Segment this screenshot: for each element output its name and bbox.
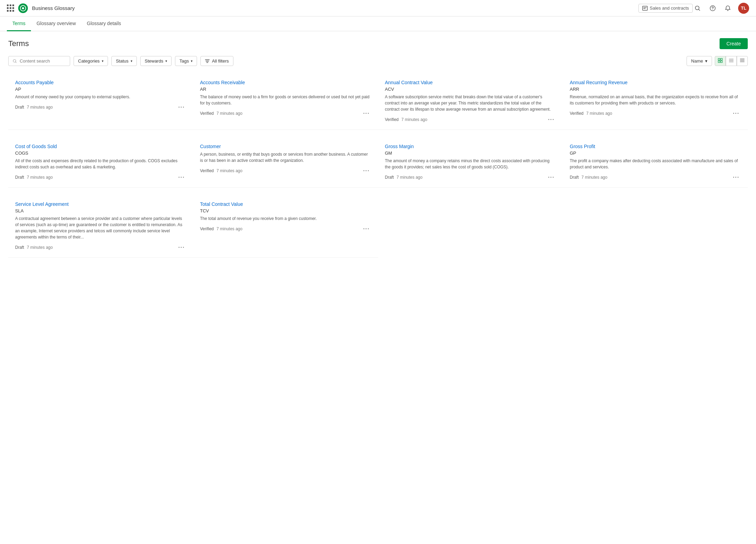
card-footer-customer: Verified 7 minutes ago ··· (200, 168, 371, 174)
card-service-level-agreement: Service Level Agreement SLA A contractua… (8, 195, 193, 258)
sort-button[interactable]: Name ▾ (687, 56, 712, 66)
sort-label: Name (691, 58, 703, 64)
more-button-cost-of-goods-sold[interactable]: ··· (177, 174, 186, 180)
card-title-annual-recurring-revenue[interactable]: Annual Recurring Revenue (570, 80, 741, 85)
status-badge-customer: Verified (200, 168, 214, 173)
tab-glossary-details[interactable]: Glossary details (81, 16, 127, 31)
card-title-customer[interactable]: Customer (200, 144, 371, 149)
status-badge-cost-of-goods-sold: Draft (15, 175, 24, 180)
card-annual-contract-value: Annual Contract Value ACV A software sub… (378, 73, 563, 130)
sort-chevron: ▾ (705, 58, 708, 64)
card-title-accounts-payable[interactable]: Accounts Payable (15, 80, 186, 85)
stewards-chevron: ▾ (165, 59, 167, 63)
card-abbr-gross-margin: GM (385, 151, 556, 156)
status-badge-accounts-receivable: Verified (200, 111, 214, 116)
card-title-cost-of-goods-sold[interactable]: Cost of Goods Sold (15, 144, 186, 149)
status-badge-gross-margin: Draft (385, 175, 394, 180)
topbar-center: Sales and contracts (638, 4, 693, 13)
topbar: Business Glossary Sales and contracts TL (0, 0, 756, 16)
status-badge-accounts-payable: Draft (15, 105, 24, 110)
status-badge-total-contract-value: Verified (200, 226, 214, 231)
compact-view-icon (740, 58, 745, 63)
card-empty-1 (378, 195, 563, 258)
card-footer-left: Verified 7 minutes ago (200, 226, 242, 231)
card-title-service-level-agreement[interactable]: Service Level Agreement (15, 201, 186, 207)
compact-view-button[interactable] (737, 56, 748, 66)
context-badge[interactable]: Sales and contracts (638, 4, 693, 13)
more-button-accounts-payable[interactable]: ··· (177, 104, 186, 110)
svg-point-3 (695, 6, 699, 10)
more-button-accounts-receivable[interactable]: ··· (362, 110, 371, 116)
more-button-annual-recurring-revenue[interactable]: ··· (732, 110, 741, 116)
svg-rect-7 (718, 58, 720, 60)
search-box (8, 56, 70, 66)
list-view-button[interactable] (726, 56, 737, 66)
card-abbr-total-contract-value: TCV (200, 208, 371, 213)
card-time-gross-margin: 7 minutes ago (397, 175, 423, 180)
status-filter[interactable]: Status ▾ (111, 56, 137, 66)
card-footer-gross-profit: Draft 7 minutes ago ··· (570, 174, 741, 180)
card-title-total-contract-value[interactable]: Total Contract Value (200, 201, 371, 207)
qlik-logo-circle (18, 3, 28, 13)
context-icon (642, 5, 648, 11)
row-separator-1 (8, 130, 748, 137)
more-button-total-contract-value[interactable]: ··· (362, 226, 371, 232)
all-filters-button[interactable]: All filters (200, 56, 233, 66)
card-footer-left: Verified 7 minutes ago (200, 111, 242, 116)
more-button-service-level-agreement[interactable]: ··· (177, 244, 186, 251)
topbar-left: Business Glossary (7, 3, 638, 13)
card-title-gross-profit[interactable]: Gross Profit (570, 144, 741, 149)
card-title-annual-contract-value[interactable]: Annual Contract Value (385, 80, 556, 85)
cards-grid: Accounts Payable AP Amount of money owed… (8, 73, 748, 258)
card-footer-accounts-receivable: Verified 7 minutes ago ··· (200, 110, 371, 116)
status-badge-service-level-agreement: Draft (15, 245, 24, 250)
card-abbr-accounts-payable: AP (15, 87, 186, 92)
card-footer-annual-contract-value: Verified 7 minutes ago ··· (385, 116, 556, 123)
card-footer-gross-margin: Draft 7 minutes ago ··· (385, 174, 556, 180)
tags-filter[interactable]: Tags ▾ (175, 56, 197, 66)
card-desc-total-contract-value: The total amount of revenue you receive … (200, 215, 371, 222)
more-button-gross-profit[interactable]: ··· (732, 174, 741, 180)
card-cost-of-goods-sold: Cost of Goods Sold COGS All of the costs… (8, 137, 193, 188)
search-input[interactable] (20, 58, 66, 64)
grid-view-icon (718, 58, 723, 63)
more-button-annual-contract-value[interactable]: ··· (547, 116, 556, 123)
card-time-total-contract-value: 7 minutes ago (217, 226, 242, 231)
card-time-cost-of-goods-sold: 7 minutes ago (27, 175, 53, 180)
card-footer-left: Draft 7 minutes ago (15, 175, 53, 180)
status-badge-annual-recurring-revenue: Verified (570, 111, 583, 116)
card-total-contract-value: Total Contract Value TCV The total amoun… (193, 195, 378, 258)
card-annual-recurring-revenue: Annual Recurring Revenue ARR Revenue, no… (563, 73, 748, 130)
svg-rect-2 (643, 6, 647, 10)
help-button[interactable] (708, 3, 717, 13)
card-title-gross-margin[interactable]: Gross Margin (385, 144, 556, 149)
all-filters-label: All filters (212, 58, 229, 64)
categories-filter[interactable]: Categories ▾ (74, 56, 108, 66)
tab-terms[interactable]: Terms (7, 16, 31, 31)
card-footer-total-contract-value: Verified 7 minutes ago ··· (200, 226, 371, 232)
card-abbr-cost-of-goods-sold: COGS (15, 151, 186, 156)
card-footer-left: Draft 7 minutes ago (570, 175, 607, 180)
apps-icon[interactable] (7, 4, 14, 12)
filter-icon (205, 59, 210, 64)
tab-glossary-overview[interactable]: Glossary overview (31, 16, 81, 31)
more-button-customer[interactable]: ··· (362, 168, 371, 174)
svg-point-5 (712, 9, 713, 10)
card-footer-service-level-agreement: Draft 7 minutes ago ··· (15, 244, 186, 251)
grid-view-button[interactable] (715, 56, 726, 66)
card-desc-cost-of-goods-sold: All of the costs and expenses directly r… (15, 158, 186, 170)
search-button[interactable] (693, 3, 702, 13)
user-avatar[interactable]: TL (738, 3, 749, 14)
card-abbr-gross-profit: GP (570, 151, 741, 156)
card-title-accounts-receivable[interactable]: Accounts Receivable (200, 80, 371, 85)
card-gross-profit: Gross Profit GP The profit a company mak… (563, 137, 748, 188)
create-button[interactable]: Create (720, 38, 748, 49)
more-button-gross-margin[interactable]: ··· (547, 174, 556, 180)
notifications-button[interactable] (723, 3, 733, 13)
card-desc-annual-recurring-revenue: Revenue, normalized on an annual basis, … (570, 94, 741, 106)
status-chevron: ▾ (131, 59, 132, 63)
card-abbr-accounts-receivable: AR (200, 87, 371, 92)
stewards-filter[interactable]: Stewards ▾ (140, 56, 172, 66)
card-footer-left: Draft 7 minutes ago (385, 175, 423, 180)
card-desc-gross-margin: The amount of money a company retains mi… (385, 158, 556, 170)
